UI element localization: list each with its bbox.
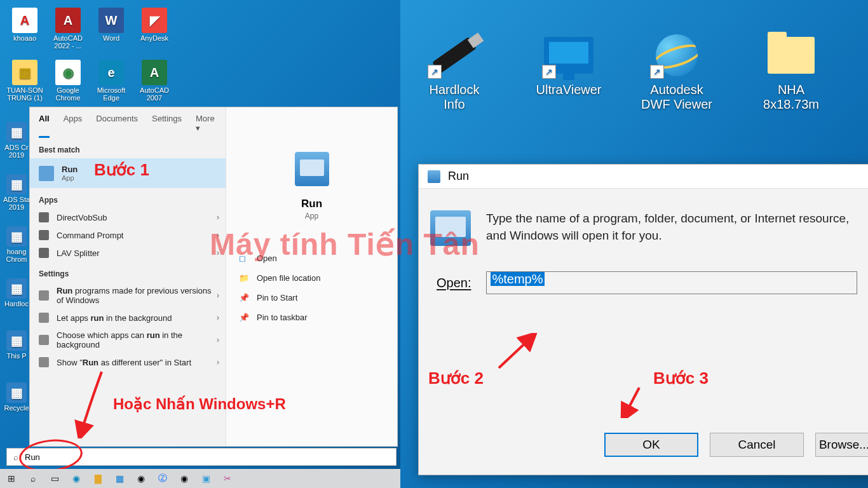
- app-result-label: Command Prompt: [57, 231, 123, 240]
- chevron-right-icon: ›: [217, 248, 219, 257]
- app-result-command-prompt[interactable]: Command Prompt›: [30, 226, 226, 244]
- big-app-icon: ↗: [542, 32, 595, 79]
- app-icon: ▥: [12, 60, 37, 85]
- action-icon: 📌: [239, 293, 249, 302]
- settings-result-icon: [39, 335, 49, 345]
- start-tab-settings[interactable]: Settings: [152, 114, 182, 138]
- preview-sub: App: [226, 212, 397, 220]
- chrome-taskbar-icon[interactable]: ◉: [132, 471, 150, 486]
- action-icon: ◻: [239, 254, 249, 263]
- desktop-icon-autocad-2022-[interactable]: AAutoCAD 2022 - ...: [48, 8, 88, 50]
- start-tab-more[interactable]: More ▾: [196, 114, 217, 138]
- big-app-icon: ↗: [428, 32, 481, 79]
- snip-taskbar-icon[interactable]: ✂: [219, 471, 236, 486]
- settings-result-icon: [39, 290, 49, 301]
- settings-header: Settings: [30, 262, 226, 282]
- zalo-taskbar-icon[interactable]: Ⓩ: [154, 471, 172, 486]
- icon-label: AutoCAD 2007: [135, 86, 174, 102]
- action-icon: 📌: [239, 313, 249, 322]
- big-app-icon: ↗: [650, 32, 703, 79]
- settings-result[interactable]: Show "Run as different user" in Start›: [30, 353, 226, 371]
- edge-taskbar-icon[interactable]: ◉: [67, 471, 85, 486]
- chevron-right-icon: ›: [217, 313, 219, 322]
- browse-button[interactable]: Browse...: [815, 433, 868, 457]
- icon-label: HardlockInfo: [430, 83, 480, 111]
- desktop-icon-autocad-2007[interactable]: AAutoCAD 2007: [135, 60, 174, 102]
- settings-result-icon: [39, 357, 49, 367]
- app-taskbar-icon[interactable]: ▣: [197, 471, 215, 486]
- cancel-button[interactable]: Cancel: [710, 433, 804, 457]
- settings-result[interactable]: Choose which apps can run in the backgro…: [30, 327, 226, 353]
- action-pin-to-taskbar[interactable]: 📌Pin to taskbar: [226, 308, 397, 327]
- icon-label: khoaao: [5, 34, 44, 42]
- shortcut-arrow-icon: ↗: [428, 65, 442, 79]
- icon-label: Microsoft Edge: [92, 86, 131, 102]
- icon-label: NHA8x18.73m: [763, 83, 819, 111]
- start-tab-apps[interactable]: Apps: [64, 114, 83, 138]
- desktop-icon-strip-3[interactable]: ▦Hardloc: [3, 278, 31, 308]
- app-icon: A: [12, 8, 37, 33]
- action-open-file-location[interactable]: 📁Open file location: [226, 268, 397, 288]
- action-open[interactable]: ◻Open: [226, 248, 397, 268]
- desktop-icon-microsoft-edge[interactable]: eMicrosoft Edge: [92, 60, 131, 102]
- start-button[interactable]: ⊞: [3, 471, 20, 486]
- taskbar-search-icon[interactable]: ⌕: [24, 471, 42, 486]
- chrome2-taskbar-icon[interactable]: ◉: [175, 471, 193, 486]
- run-body-icon: [430, 210, 471, 246]
- best-match-header: Best match: [30, 138, 226, 158]
- apps-header: Apps: [30, 188, 226, 208]
- app-icon: W: [98, 8, 124, 33]
- explorer-taskbar-icon[interactable]: ▇: [89, 471, 107, 486]
- search-bar[interactable]: ⌕ Run: [6, 448, 397, 466]
- open-input[interactable]: %temp%: [486, 271, 857, 294]
- icon-label: AutodeskDWF Viewer: [641, 83, 712, 111]
- desktop-icon-ultraviewer[interactable]: ↗UltraViewer: [521, 32, 616, 97]
- chevron-right-icon: ›: [217, 336, 219, 344]
- icon-label: Recycle: [3, 404, 31, 412]
- desktop-icon-strip-1[interactable]: ▦ADS Sta 2019: [3, 174, 31, 211]
- chevron-right-icon: ›: [217, 231, 219, 240]
- settings-result-label: Run programs made for previous versions …: [57, 286, 217, 305]
- app-icon: A: [142, 60, 167, 85]
- desktop-icon-google-chrome[interactable]: ◉Google Chrome: [48, 60, 88, 102]
- start-tab-all[interactable]: All: [39, 114, 50, 138]
- desktop-icon-khoaao[interactable]: Akhoaao: [5, 8, 44, 42]
- app-icon: ▦: [6, 226, 27, 247]
- action-label: Open: [257, 254, 277, 263]
- icon-label: ADS Sta 2019: [3, 196, 31, 211]
- app-icon: ◉: [55, 60, 81, 85]
- desktop-icon-word[interactable]: WWord: [92, 8, 131, 42]
- start-tab-documents[interactable]: Documents: [96, 114, 138, 138]
- desktop-icon-nha-8x18-73m[interactable]: NHA8x18.73m: [743, 32, 839, 112]
- app-icon: ▦: [6, 383, 27, 403]
- app-result-directvobsub[interactable]: DirectVobSub›: [30, 208, 226, 226]
- run-description: Type the name of a program, folder, docu…: [486, 210, 857, 246]
- chevron-right-icon: ›: [217, 291, 219, 300]
- desktop-icon-strip-5[interactable]: ▦Recycle: [3, 383, 31, 412]
- desktop-icon-anydesk[interactable]: ◤AnyDesk: [135, 8, 174, 42]
- task-view-icon[interactable]: ▭: [46, 471, 64, 486]
- icon-label: hoang Chrom: [3, 248, 31, 263]
- ok-button[interactable]: OK: [604, 433, 698, 457]
- action-icon: 📁: [239, 273, 249, 283]
- action-label: Open file location: [257, 273, 320, 283]
- desktop-icon-hardlock-info[interactable]: ↗HardlockInfo: [407, 32, 502, 112]
- desktop-icon-tuan-son-trung-1-[interactable]: ▥TUAN-SON TRUNG (1): [5, 60, 44, 102]
- desktop-icon-strip-2[interactable]: ▦hoang Chrom: [3, 226, 31, 263]
- chevron-right-icon: ›: [217, 213, 219, 222]
- icon-label: AutoCAD 2022 - ...: [48, 34, 88, 50]
- settings-result[interactable]: Run programs made for previous versions …: [30, 282, 226, 309]
- chevron-right-icon: ›: [217, 358, 219, 367]
- app-result-icon: [39, 248, 49, 258]
- desktop-icon-strip-4[interactable]: ▦This P: [3, 330, 31, 360]
- store-taskbar-icon[interactable]: ▦: [111, 471, 128, 486]
- action-pin-to-start[interactable]: 📌Pin to Start: [226, 288, 397, 308]
- app-icon: ▦: [6, 174, 27, 194]
- settings-result[interactable]: Let apps run in the background›: [30, 309, 226, 327]
- best-match-run[interactable]: Run App: [30, 158, 226, 188]
- app-result-lav-splitter[interactable]: LAV Splitter›: [30, 244, 226, 262]
- shortcut-arrow-icon: ↗: [542, 65, 556, 79]
- desktop-icon-strip-0[interactable]: ▦ADS Cr 2019: [3, 122, 31, 159]
- icon-label: AnyDesk: [135, 34, 174, 42]
- desktop-icon-autodesk-dwf-viewer[interactable]: ↗AutodeskDWF Viewer: [629, 32, 724, 112]
